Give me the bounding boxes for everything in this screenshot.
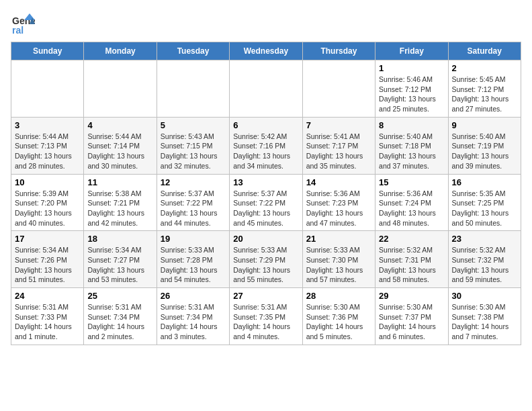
calendar-week-row: 17Sunrise: 5:34 AMSunset: 7:26 PMDayligh… xyxy=(11,231,521,288)
day-info-line: Sunrise: 5:31 AM xyxy=(233,302,298,312)
weekday-header: Tuesday xyxy=(157,42,229,60)
day-info-line: Sunrise: 5:43 AM xyxy=(161,132,226,142)
day-number: 2 xyxy=(452,63,517,73)
day-info-line: Sunset: 7:34 PM xyxy=(161,312,226,322)
day-info-line: Sunset: 7:15 PM xyxy=(161,141,226,151)
day-info-line: Daylight: 13 hours and 40 minutes. xyxy=(15,208,80,228)
day-number: 3 xyxy=(15,120,80,130)
day-info-line: Sunrise: 5:34 AM xyxy=(15,245,80,255)
day-number: 14 xyxy=(306,177,371,187)
day-info-line: Sunset: 7:20 PM xyxy=(15,198,80,208)
day-number: 25 xyxy=(87,291,152,301)
day-info-line: Sunrise: 5:37 AM xyxy=(233,189,298,199)
day-info-line: Daylight: 13 hours and 32 minutes. xyxy=(161,151,226,171)
day-info-line: Daylight: 13 hours and 30 minutes. xyxy=(87,151,152,171)
day-info-line: Daylight: 13 hours and 44 minutes. xyxy=(161,208,226,228)
day-number: 12 xyxy=(161,177,226,187)
day-info-line: Daylight: 13 hours and 48 minutes. xyxy=(379,208,444,228)
calendar-cell: 13Sunrise: 5:37 AMSunset: 7:22 PMDayligh… xyxy=(230,174,302,231)
day-info-line: Sunset: 7:33 PM xyxy=(15,312,80,322)
day-info-line: Daylight: 13 hours and 45 minutes. xyxy=(233,208,298,228)
logo: Gene- ral xyxy=(11,11,39,35)
day-info-line: Sunset: 7:14 PM xyxy=(87,141,152,151)
calendar-table: SundayMondayTuesdayWednesdayThursdayFrid… xyxy=(11,42,521,345)
calendar-cell xyxy=(11,60,84,118)
day-info-line: Sunset: 7:36 PM xyxy=(306,312,371,322)
weekday-header: Monday xyxy=(84,42,157,60)
calendar-cell: 20Sunrise: 5:33 AMSunset: 7:29 PMDayligh… xyxy=(230,231,302,288)
day-info-line: Sunrise: 5:36 AM xyxy=(306,189,371,199)
day-info-line: Daylight: 13 hours and 59 minutes. xyxy=(452,265,517,285)
weekday-header-row: SundayMondayTuesdayWednesdayThursdayFrid… xyxy=(11,42,521,60)
calendar-cell: 16Sunrise: 5:35 AMSunset: 7:25 PMDayligh… xyxy=(448,174,521,231)
calendar-cell: 25Sunrise: 5:31 AMSunset: 7:34 PMDayligh… xyxy=(84,288,157,345)
day-info-line: Sunrise: 5:32 AM xyxy=(379,245,444,255)
calendar-cell: 28Sunrise: 5:30 AMSunset: 7:36 PMDayligh… xyxy=(302,288,375,345)
calendar-cell: 8Sunrise: 5:40 AMSunset: 7:18 PMDaylight… xyxy=(375,117,448,174)
day-number: 18 xyxy=(87,234,152,244)
day-info-line: Daylight: 13 hours and 37 minutes. xyxy=(379,151,444,171)
day-info-line: Sunset: 7:19 PM xyxy=(452,141,517,151)
day-number: 19 xyxy=(161,234,226,244)
day-number: 11 xyxy=(87,177,152,187)
day-info-line: Sunset: 7:22 PM xyxy=(233,198,298,208)
day-info-line: Daylight: 14 hours and 1 minute. xyxy=(15,322,80,341)
day-info-line: Daylight: 13 hours and 55 minutes. xyxy=(233,265,298,285)
calendar-cell: 26Sunrise: 5:31 AMSunset: 7:34 PMDayligh… xyxy=(157,288,229,345)
day-number: 4 xyxy=(87,120,152,130)
day-info-line: Sunrise: 5:33 AM xyxy=(161,245,226,255)
day-info-line: Sunrise: 5:46 AM xyxy=(379,75,444,85)
day-info-line: Daylight: 13 hours and 51 minutes. xyxy=(15,265,80,285)
day-info-line: Sunrise: 5:45 AM xyxy=(452,75,517,85)
day-number: 30 xyxy=(452,291,517,301)
day-info-line: Sunset: 7:23 PM xyxy=(306,198,371,208)
day-info-line: Sunset: 7:24 PM xyxy=(379,198,444,208)
day-number: 22 xyxy=(379,234,444,244)
calendar-cell: 29Sunrise: 5:30 AMSunset: 7:37 PMDayligh… xyxy=(375,288,448,345)
day-info-line: Daylight: 14 hours and 6 minutes. xyxy=(379,322,444,341)
day-info-line: Daylight: 13 hours and 58 minutes. xyxy=(379,265,444,285)
day-info-line: Daylight: 13 hours and 27 minutes. xyxy=(452,94,517,113)
calendar-cell: 27Sunrise: 5:31 AMSunset: 7:35 PMDayligh… xyxy=(230,288,302,345)
day-info-line: Sunset: 7:17 PM xyxy=(306,141,371,151)
day-info-line: Daylight: 13 hours and 57 minutes. xyxy=(306,265,371,285)
day-number: 8 xyxy=(379,120,444,130)
day-info-line: Sunrise: 5:30 AM xyxy=(379,302,444,312)
calendar-cell: 1Sunrise: 5:46 AMSunset: 7:12 PMDaylight… xyxy=(375,60,448,118)
day-info-line: Daylight: 13 hours and 42 minutes. xyxy=(87,208,152,228)
calendar-cell: 19Sunrise: 5:33 AMSunset: 7:28 PMDayligh… xyxy=(157,231,229,288)
day-info-line: Sunrise: 5:31 AM xyxy=(161,302,226,312)
day-info-line: Daylight: 14 hours and 4 minutes. xyxy=(233,322,298,341)
day-number: 24 xyxy=(15,291,80,301)
calendar-cell: 2Sunrise: 5:45 AMSunset: 7:12 PMDaylight… xyxy=(448,60,521,118)
day-info-line: Daylight: 13 hours and 54 minutes. xyxy=(161,265,226,285)
day-info-line: Daylight: 13 hours and 25 minutes. xyxy=(379,94,444,113)
day-info-line: Sunset: 7:26 PM xyxy=(15,255,80,265)
calendar-cell xyxy=(84,60,157,118)
calendar-week-row: 3Sunrise: 5:44 AMSunset: 7:13 PMDaylight… xyxy=(11,117,521,174)
logo-icon: Gene- ral xyxy=(11,11,35,35)
day-number: 26 xyxy=(161,291,226,301)
calendar-cell xyxy=(230,60,302,118)
day-info-line: Sunset: 7:32 PM xyxy=(452,255,517,265)
day-info-line: Sunset: 7:35 PM xyxy=(233,312,298,322)
day-info-line: Sunset: 7:29 PM xyxy=(233,255,298,265)
day-info-line: Daylight: 14 hours and 7 minutes. xyxy=(452,322,517,341)
day-info-line: Daylight: 13 hours and 53 minutes. xyxy=(87,265,152,285)
day-info-line: Sunrise: 5:31 AM xyxy=(87,302,152,312)
calendar-week-row: 1Sunrise: 5:46 AMSunset: 7:12 PMDaylight… xyxy=(11,60,521,118)
day-info-line: Sunset: 7:18 PM xyxy=(379,141,444,151)
day-info-line: Sunrise: 5:42 AM xyxy=(233,132,298,142)
day-info-line: Sunset: 7:27 PM xyxy=(87,255,152,265)
day-number: 9 xyxy=(452,120,517,130)
calendar-week-row: 10Sunrise: 5:39 AMSunset: 7:20 PMDayligh… xyxy=(11,174,521,231)
day-info-line: Daylight: 13 hours and 28 minutes. xyxy=(15,151,80,171)
calendar-cell: 18Sunrise: 5:34 AMSunset: 7:27 PMDayligh… xyxy=(84,231,157,288)
day-info-line: Sunset: 7:38 PM xyxy=(452,312,517,322)
day-info-line: Sunset: 7:28 PM xyxy=(161,255,226,265)
day-number: 10 xyxy=(15,177,80,187)
day-number: 6 xyxy=(233,120,298,130)
calendar-cell: 22Sunrise: 5:32 AMSunset: 7:31 PMDayligh… xyxy=(375,231,448,288)
weekday-header: Thursday xyxy=(302,42,375,60)
weekday-header: Sunday xyxy=(11,42,84,60)
